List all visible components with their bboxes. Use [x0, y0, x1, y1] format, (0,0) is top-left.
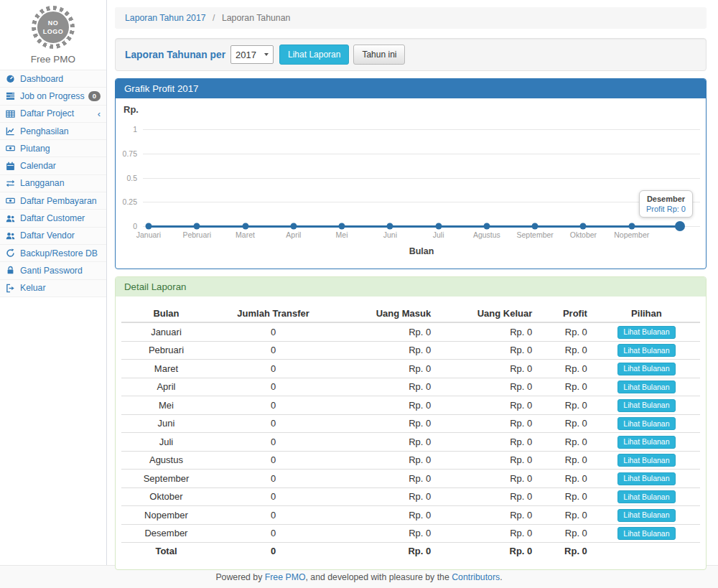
- breadcrumb-link[interactable]: Laporan Tahun 2017: [125, 13, 206, 23]
- lihat-bulanan-button[interactable]: Lihat Bulanan: [617, 490, 675, 503]
- uang-keluar-cell: Rp. 0: [437, 487, 538, 506]
- sidebar-menu: DashboardJob on Progress0Daftar Project‹…: [0, 70, 106, 297]
- calendar-icon: [6, 162, 17, 171]
- action-cell: Lihat Bulanan: [593, 360, 700, 378]
- transfer-cell: 0: [211, 433, 335, 452]
- sidebar-item-backup-restore-db[interactable]: Backup/Restore DB: [0, 245, 106, 262]
- chart-plot: Bulan JanuariPebruariMaretAprilMeiJuniJu…: [143, 129, 700, 226]
- table-row-april: April0Rp. 0Rp. 0Rp. 0Lihat Bulanan: [121, 378, 700, 396]
- year-select[interactable]: 2017: [230, 45, 274, 64]
- table-row-juni: Juni0Rp. 0Rp. 0Rp. 0Lihat Bulanan: [121, 414, 700, 433]
- sidebar-item-daftar-customer[interactable]: Daftar Customer: [0, 210, 106, 227]
- action-cell: Lihat Bulanan: [593, 524, 700, 543]
- chart-y-axis-title: Rp.: [123, 104, 139, 115]
- lihat-bulanan-button[interactable]: Lihat Bulanan: [617, 472, 675, 485]
- chart-y-labels: 00.250.50.751: [121, 129, 139, 226]
- profit-cell: Rp. 0: [538, 414, 593, 433]
- profit-cell: Rp. 0: [538, 322, 593, 341]
- column-header-uang-keluar: Uang Keluar: [437, 305, 538, 322]
- data-point-juni[interactable]: [387, 223, 393, 230]
- sidebar-item-langganan[interactable]: Langganan: [0, 175, 106, 192]
- profit-cell: Rp. 0: [538, 470, 593, 488]
- uang-keluar-cell: Rp. 0: [437, 396, 538, 415]
- data-point-desember[interactable]: [675, 221, 685, 231]
- table-body: Januari0Rp. 0Rp. 0Rp. 0Lihat BulananPebr…: [121, 322, 700, 543]
- transfer-cell: 0: [211, 470, 335, 488]
- data-point-maret[interactable]: [242, 223, 248, 230]
- uang-keluar-cell: Rp. 0: [437, 524, 538, 543]
- total-profit: Rp. 0: [538, 543, 593, 560]
- data-point-pebruari[interactable]: [194, 223, 200, 230]
- tooltip-title: Desember: [646, 195, 686, 203]
- tahun-ini-button[interactable]: Tahun ini: [353, 45, 405, 65]
- table-icon: [6, 109, 17, 118]
- lihat-bulanan-button[interactable]: Lihat Bulanan: [617, 381, 675, 393]
- uang-masuk-cell: Rp. 0: [335, 470, 437, 488]
- x-axis-label: Nopember: [603, 230, 661, 239]
- chart-tooltip: Desember Profit Rp: 0: [639, 190, 693, 218]
- lihat-bulanan-button[interactable]: Lihat Bulanan: [617, 399, 675, 412]
- y-axis-tick: 0.75: [123, 149, 137, 158]
- dashboard-icon: [6, 74, 17, 83]
- sidebar-item-piutang[interactable]: Piutang: [0, 140, 106, 157]
- lihat-bulanan-button[interactable]: Lihat Bulanan: [617, 363, 675, 375]
- line-chart-icon: [6, 126, 17, 136]
- table-row-agustus: Agustus0Rp. 0Rp. 0Rp. 0Lihat Bulanan: [121, 451, 700, 470]
- lihat-bulanan-button[interactable]: Lihat Bulanan: [617, 509, 675, 522]
- users-icon: [6, 214, 17, 223]
- y-axis-tick: 1: [133, 125, 137, 134]
- uang-masuk-cell: Rp. 0: [335, 524, 437, 543]
- uang-masuk-cell: Rp. 0: [335, 414, 437, 433]
- uang-keluar-cell: Rp. 0: [437, 322, 538, 341]
- uang-keluar-cell: Rp. 0: [437, 506, 538, 525]
- sidebar-item-ganti-password[interactable]: Ganti Password: [0, 262, 106, 279]
- sidebar-item-daftar-vendor[interactable]: Daftar Vendor: [0, 228, 106, 245]
- breadcrumb-current: Laporan Tahunan: [222, 13, 291, 23]
- uang-masuk-cell: Rp. 0: [335, 322, 437, 341]
- sidebar-item-label: Keluar: [20, 283, 46, 293]
- action-cell: Lihat Bulanan: [593, 378, 700, 396]
- lihat-bulanan-button[interactable]: Lihat Bulanan: [617, 527, 675, 540]
- sidebar-item-keluar[interactable]: Keluar: [0, 280, 106, 297]
- column-header-jumlah-transfer: Jumlah Transfer: [211, 305, 335, 322]
- month-cell: Maret: [121, 360, 211, 378]
- data-point-nopember[interactable]: [628, 223, 635, 230]
- contributors-link[interactable]: Contributors: [452, 572, 500, 582]
- sidebar-item-dashboard[interactable]: Dashboard: [0, 70, 106, 88]
- lihat-bulanan-button[interactable]: Lihat Bulanan: [617, 417, 675, 430]
- sidebar-item-label: Dashboard: [20, 74, 63, 84]
- data-point-oktober[interactable]: [580, 223, 587, 230]
- table-row-mei: Mei0Rp. 0Rp. 0Rp. 0Lihat Bulanan: [121, 396, 700, 415]
- profit-cell: Rp. 0: [538, 487, 593, 506]
- lihat-laporan-button[interactable]: Lihat Laporan: [279, 45, 349, 65]
- uang-keluar-cell: Rp. 0: [437, 378, 538, 396]
- table-row-maret: Maret0Rp. 0Rp. 0Rp. 0Lihat Bulanan: [121, 360, 700, 378]
- uang-keluar-cell: Rp. 0: [437, 433, 538, 452]
- sidebar-item-daftar-pembayaran[interactable]: Daftar Pembayaran: [0, 192, 106, 210]
- footer-text: Powered by Free PMO, and developed with …: [215, 572, 502, 582]
- profit-cell: Rp. 0: [538, 360, 593, 378]
- data-point-agustus[interactable]: [483, 223, 490, 230]
- report-table: BulanJumlah TransferUang MasukUang Kelua…: [121, 305, 700, 559]
- lihat-bulanan-button[interactable]: Lihat Bulanan: [617, 344, 675, 357]
- sidebar-item-penghasilan[interactable]: Penghasilan: [0, 123, 106, 140]
- lihat-bulanan-button[interactable]: Lihat Bulanan: [617, 326, 675, 339]
- data-point-april[interactable]: [290, 223, 297, 230]
- sidebar-item-daftar-project[interactable]: Daftar Project‹: [0, 106, 106, 123]
- data-point-mei[interactable]: [339, 223, 345, 230]
- sidebar-item-job-on-progress[interactable]: Job on Progress0: [0, 88, 106, 105]
- month-cell: Desember: [121, 524, 211, 543]
- data-point-januari[interactable]: [146, 223, 152, 230]
- chart-x-axis-title: Bulan: [409, 246, 434, 256]
- transfer-cell: 0: [211, 378, 335, 396]
- caret-down-icon: [264, 53, 269, 56]
- sidebar-item-calendar[interactable]: Calendar: [0, 157, 106, 174]
- lihat-bulanan-button[interactable]: Lihat Bulanan: [617, 436, 675, 449]
- total-uang-masuk: Rp. 0: [335, 543, 437, 560]
- data-point-juli[interactable]: [435, 223, 442, 230]
- data-point-september[interactable]: [532, 223, 538, 230]
- free-pmo-link[interactable]: Free PMO: [265, 572, 306, 582]
- uang-keluar-cell: Rp. 0: [437, 470, 538, 488]
- sign-out-icon: [6, 284, 17, 293]
- lihat-bulanan-button[interactable]: Lihat Bulanan: [617, 454, 675, 467]
